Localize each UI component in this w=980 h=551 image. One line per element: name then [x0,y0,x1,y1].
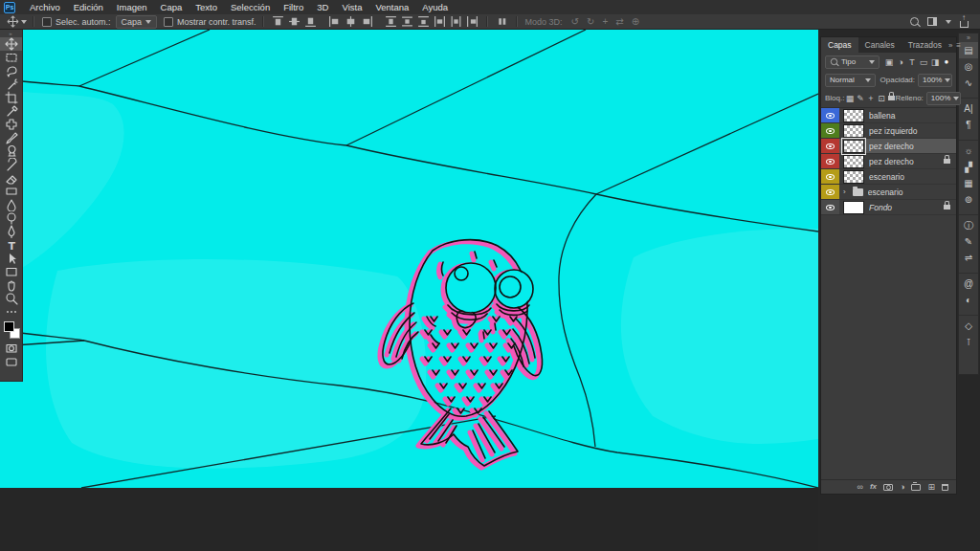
tool-history-brush-button[interactable] [0,158,22,171]
distribute-bottom-icon[interactable] [417,15,430,28]
distribute-spacing-icon[interactable] [496,15,508,28]
layer-row-escenario[interactable]: escenario [821,169,956,185]
tool-dodge-button[interactable] [0,211,22,225]
layer-thumbnail[interactable] [843,109,864,122]
tool-eraser-button[interactable] [0,171,22,185]
tool-blur-button[interactable] [0,198,22,211]
search-icon[interactable] [910,17,919,26]
menu-item-imagen[interactable]: Imagen [110,0,154,14]
layer-row-escenario[interactable]: ›escenario [821,185,956,200]
auto-select-checkbox[interactable] [42,17,52,27]
layer-row-pez-derecho[interactable]: pez derecho [821,154,956,169]
dock-3d-icon[interactable]: ◇ [959,315,978,334]
layer-row-pez-derecho[interactable]: pez derecho [821,139,956,154]
dock-masks-icon[interactable]: ◐ [959,292,978,308]
show-transform-checkbox[interactable] [164,17,173,27]
dock-channels-icon[interactable]: ◎ [959,58,978,75]
menu-item-ventana[interactable]: Ventana [368,0,415,14]
tool-zoom-button[interactable] [0,292,22,305]
dock-character-icon[interactable]: A| [959,98,978,117]
align-bottom-icon[interactable] [304,15,317,28]
dock-info-icon[interactable]: ⓘ [959,214,978,233]
fill-field[interactable]: 100% [926,92,961,105]
menu-item-capa[interactable]: Capa [154,0,189,14]
color-swatches[interactable] [3,320,20,340]
filter-toggle-icon[interactable]: ● [941,57,952,67]
menu-item-vista[interactable]: Vista [335,0,368,14]
tool-move-button[interactable] [0,37,22,51]
layer-visibility-toggle[interactable] [821,200,839,214]
dock-color-icon[interactable]: ⊚ [959,191,978,208]
filter-pixel-icon[interactable]: ▣ [883,57,895,67]
delete-layer-icon[interactable] [942,484,948,491]
layer-effects-icon[interactable]: fx [870,482,877,492]
menu-item-texto[interactable]: Texto [189,0,224,14]
layer-visibility-toggle[interactable] [821,123,839,138]
dock-paths-icon[interactable]: ∿ [959,75,978,91]
tab-canales[interactable]: Canales [858,37,902,53]
photoshop-logo-icon[interactable]: Ps [4,2,15,13]
layer-visibility-toggle[interactable] [821,139,839,153]
menu-item-3d[interactable]: 3D [310,0,335,14]
tool-marquee-button[interactable] [0,51,22,64]
menu-item-filtro[interactable]: Filtro [277,0,310,14]
tool-crop-button[interactable] [0,91,22,104]
new-group-icon[interactable] [911,484,921,491]
distribute-hcenter-icon[interactable] [450,15,462,28]
layer-visibility-toggle[interactable] [821,185,839,199]
tab-capas[interactable]: Capas [821,37,858,53]
layer-name[interactable]: escenario [868,187,956,197]
tool-preset-caret-icon[interactable] [21,20,27,24]
dock-properties-icon[interactable]: ⇌ [959,250,978,266]
distribute-left-icon[interactable] [434,15,446,28]
distribute-vcenter-icon[interactable] [401,15,413,28]
lock-transparency-icon[interactable]: ▦ [844,94,855,103]
dock-styles-icon[interactable]: ▞ [959,159,978,175]
tool-path-select-button[interactable] [0,252,22,265]
tool-lasso-button[interactable] [0,64,22,77]
tool-clone-stamp-button[interactable] [0,144,22,158]
document-canvas[interactable] [0,30,818,488]
layer-visibility-toggle[interactable] [821,108,839,122]
dock-measure-icon[interactable]: ⊺ [959,334,978,350]
panel-collapse-icon[interactable]: » [948,41,952,50]
layer-thumbnail[interactable] [843,155,864,168]
screen-mode-button[interactable] [0,355,22,368]
opacity-field[interactable]: 100% [918,74,952,87]
align-top-icon[interactable] [272,15,284,28]
menu-item-ayuda[interactable]: Ayuda [415,0,455,14]
add-mask-icon[interactable] [883,484,893,491]
foreground-color-swatch[interactable] [4,321,14,332]
menu-item-selecci-n[interactable]: Selección [224,0,277,14]
layer-thumbnail[interactable] [843,201,864,214]
layer-name[interactable]: pez izquierdo [869,126,956,136]
auto-select-dropdown[interactable]: Capa [116,15,158,29]
filter-adjustment-icon[interactable]: ◑ [895,57,906,67]
distribute-top-icon[interactable] [385,15,397,28]
tool-more-button[interactable] [0,305,22,319]
tab-trazados[interactable]: Trazados [902,37,948,53]
toolbar-grip[interactable]: » [0,30,22,37]
tool-eyedropper-button[interactable] [0,104,22,118]
lock-artboard-icon[interactable]: ⊡ [876,94,886,103]
dock-brush-settings-icon[interactable]: ✎ [959,233,978,250]
workspace-caret-icon[interactable] [946,20,951,24]
new-adjustment-icon[interactable]: ◑ [900,482,904,492]
group-disclosure-icon[interactable]: › [843,187,846,196]
layer-name[interactable]: Fondo [869,203,937,212]
menu-item-archivo[interactable]: Archivo [23,0,67,14]
lock-all-icon[interactable] [888,96,895,100]
dock-patterns-icon[interactable]: ▦ [959,175,978,191]
quick-mask-button[interactable] [0,342,22,355]
dock-paragraph-icon[interactable]: ¶ [959,117,978,133]
filter-type-icon[interactable]: T [906,57,918,67]
tool-hand-button[interactable] [0,278,22,292]
move-tool-icon[interactable] [7,15,19,28]
align-vcenter-icon[interactable] [288,15,301,28]
align-hcenter-icon[interactable] [345,15,357,28]
layer-thumbnail[interactable] [843,124,864,138]
link-layers-icon[interactable]: ∞ [857,482,862,492]
layer-name[interactable]: ballena [869,111,956,121]
dock-libraries-icon[interactable]: @ [959,273,978,292]
layer-thumbnail[interactable] [843,140,864,153]
